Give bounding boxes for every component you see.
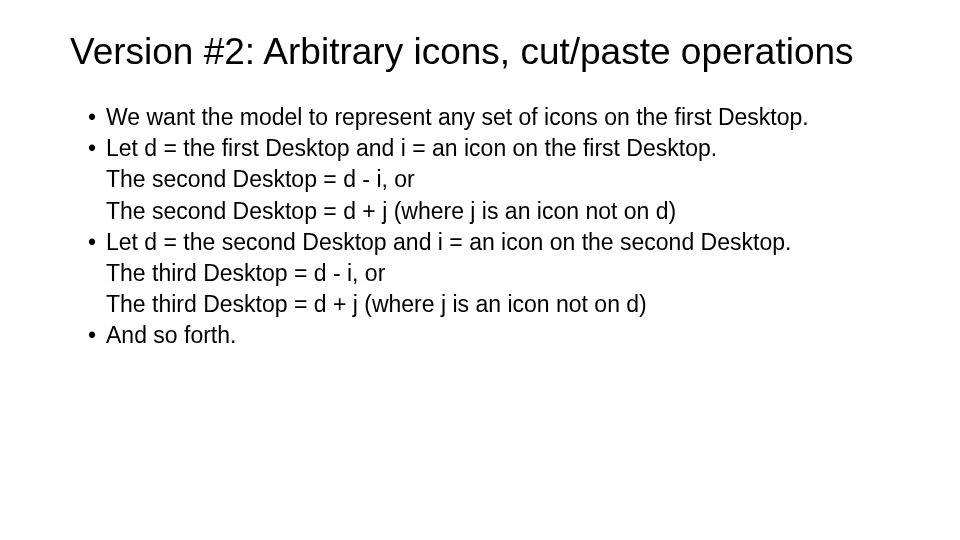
slide-title: Version #2: Arbitrary icons, cut/paste o… — [70, 30, 890, 74]
bullet-item: Let d = the first Desktop and i = an ico… — [88, 133, 890, 226]
bullet-item: Let d = the second Desktop and i = an ic… — [88, 227, 890, 320]
bullet-list: We want the model to represent any set o… — [70, 102, 890, 350]
bullet-line: The second Desktop = d - i, or — [106, 164, 890, 195]
bullet-item: And so forth. — [88, 320, 890, 351]
bullet-item: We want the model to represent any set o… — [88, 102, 890, 133]
bullet-line: The third Desktop = d + j (where j is an… — [106, 289, 890, 320]
bullet-line: We want the model to represent any set o… — [106, 102, 890, 133]
bullet-line: The third Desktop = d - i, or — [106, 258, 890, 289]
bullet-line: Let d = the second Desktop and i = an ic… — [106, 227, 890, 258]
bullet-line: The second Desktop = d + j (where j is a… — [106, 196, 890, 227]
bullet-line: Let d = the first Desktop and i = an ico… — [106, 133, 890, 164]
bullet-line: And so forth. — [106, 320, 890, 351]
